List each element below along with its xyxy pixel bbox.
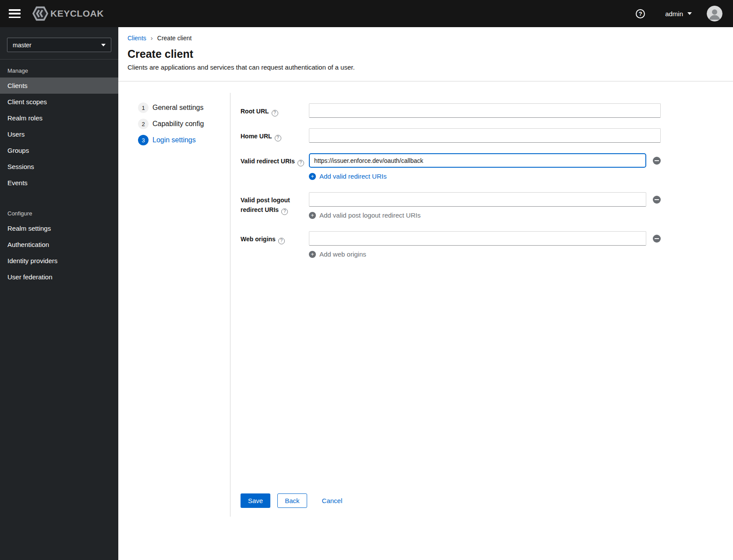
root-url-help-icon[interactable]: ? xyxy=(272,110,278,116)
web-origins-row: Web origins? + Add web origins xyxy=(241,231,733,258)
breadcrumb-current: Create client xyxy=(157,35,192,42)
step-label: Login settings xyxy=(152,136,196,144)
sidebar-item-client-scopes[interactable]: Client scopes xyxy=(0,94,118,110)
wizard-content: 1 General settings 2 Capability config 3… xyxy=(118,81,733,560)
topbar-right: ? admin xyxy=(636,6,722,21)
realm-name: master xyxy=(13,42,32,49)
form-actions: Save Back Cancel xyxy=(241,493,344,508)
nav-section-configure: Configure xyxy=(0,202,118,220)
plus-circle-icon: + xyxy=(309,251,316,258)
plus-circle-icon: + xyxy=(309,173,316,180)
caret-down-icon xyxy=(101,44,106,46)
valid-redirect-uris-label: Valid redirect URIs? xyxy=(241,153,309,180)
valid-redirect-uris-row: Valid redirect URIs? + Add valid redirec… xyxy=(241,153,733,180)
breadcrumb: Clients › Create client xyxy=(127,34,722,42)
step-number: 1 xyxy=(138,102,149,113)
wizard-nav: 1 General settings 2 Capability config 3… xyxy=(118,81,230,560)
help-icon[interactable]: ? xyxy=(636,9,645,18)
realm-selector-area: master xyxy=(0,38,118,60)
wizard-step-capability-config[interactable]: 2 Capability config xyxy=(138,119,230,129)
home-url-input[interactable] xyxy=(309,128,661,143)
wizard-step-login-settings[interactable]: 3 Login settings xyxy=(138,135,230,145)
sidebar-item-identity-providers[interactable]: Identity providers xyxy=(0,253,118,269)
post-logout-redirect-uris-label: Valid post logout redirect URIs? xyxy=(241,192,309,219)
plus-circle-icon: + xyxy=(309,212,316,219)
sidebar-nav: Manage Clients Client scopes Realm roles… xyxy=(0,60,118,285)
sidebar-item-realm-roles[interactable]: Realm roles xyxy=(0,110,118,126)
sidebar-item-events[interactable]: Events xyxy=(0,175,118,191)
keycloak-logo-icon xyxy=(32,5,49,22)
add-valid-redirect-uris-button[interactable]: + Add valid redirect URIs xyxy=(309,173,386,180)
remove-redirect-uri-icon[interactable] xyxy=(653,157,661,165)
home-url-label: Home URL? xyxy=(241,128,309,143)
top-bar: KEYCLOAK ? admin xyxy=(0,0,733,27)
keycloak-logo: KEYCLOAK xyxy=(32,5,104,22)
main-content: Clients › Create client Create client Cl… xyxy=(118,27,733,560)
root-url-input[interactable] xyxy=(309,103,661,118)
sidebar: master Manage Clients Client scopes Real… xyxy=(0,27,118,560)
remove-web-origin-icon[interactable] xyxy=(653,235,661,243)
save-button[interactable]: Save xyxy=(241,493,270,508)
root-url-label: Root URL? xyxy=(241,103,309,118)
page-title: Create client xyxy=(127,48,722,60)
post-logout-redirect-uri-input[interactable] xyxy=(309,192,646,207)
home-url-help-icon[interactable]: ? xyxy=(275,135,281,141)
valid-redirect-uris-help-icon[interactable]: ? xyxy=(297,160,304,166)
sidebar-item-sessions[interactable]: Sessions xyxy=(0,158,118,175)
step-label: General settings xyxy=(152,104,204,112)
login-settings-form: Root URL? Home URL? xyxy=(230,81,733,560)
username: admin xyxy=(665,10,683,18)
web-origins-help-icon[interactable]: ? xyxy=(278,238,285,244)
web-origins-label: Web origins? xyxy=(241,231,309,258)
step-label: Capability config xyxy=(152,120,204,128)
keycloak-admin-console: KEYCLOAK ? admin master xyxy=(0,0,733,560)
web-origin-input[interactable] xyxy=(309,231,646,246)
root-url-row: Root URL? xyxy=(241,103,733,118)
home-url-row: Home URL? xyxy=(241,128,733,143)
breadcrumb-clients-link[interactable]: Clients xyxy=(127,35,146,42)
sidebar-item-groups[interactable]: Groups xyxy=(0,142,118,158)
post-logout-redirect-uris-row: Valid post logout redirect URIs? + Add v… xyxy=(241,192,733,219)
wizard-step-general-settings[interactable]: 1 General settings xyxy=(138,102,230,113)
caret-down-icon xyxy=(687,12,692,15)
post-logout-redirect-uris-help-icon[interactable]: ? xyxy=(281,208,288,215)
sidebar-item-realm-settings[interactable]: Realm settings xyxy=(0,220,118,236)
page-subtitle: Clients are applications and services th… xyxy=(127,63,722,71)
nav-section-manage: Manage xyxy=(0,60,118,77)
brand-text: KEYCLOAK xyxy=(50,8,104,19)
step-number: 3 xyxy=(138,135,149,145)
sidebar-item-users[interactable]: Users xyxy=(0,126,118,142)
sidebar-item-authentication[interactable]: Authentication xyxy=(0,236,118,253)
step-number: 2 xyxy=(138,119,149,129)
remove-post-logout-uri-icon[interactable] xyxy=(653,196,661,204)
sidebar-item-user-federation[interactable]: User federation xyxy=(0,269,118,285)
add-web-origins-button[interactable]: + Add web origins xyxy=(309,250,366,258)
realm-selector[interactable]: master xyxy=(7,38,111,52)
hamburger-menu-icon[interactable] xyxy=(9,9,21,18)
valid-redirect-uri-input[interactable] xyxy=(309,153,646,168)
page-header: Clients › Create client Create client Cl… xyxy=(118,27,733,81)
sidebar-item-clients[interactable]: Clients xyxy=(0,77,118,94)
cancel-button[interactable]: Cancel xyxy=(320,493,344,508)
user-dropdown[interactable]: admin xyxy=(665,10,692,18)
back-button[interactable]: Back xyxy=(277,493,307,508)
add-post-logout-redirect-uris-button[interactable]: + Add valid post logout redirect URIs xyxy=(309,211,421,219)
breadcrumb-separator-icon: › xyxy=(151,34,153,42)
avatar[interactable] xyxy=(707,6,722,21)
